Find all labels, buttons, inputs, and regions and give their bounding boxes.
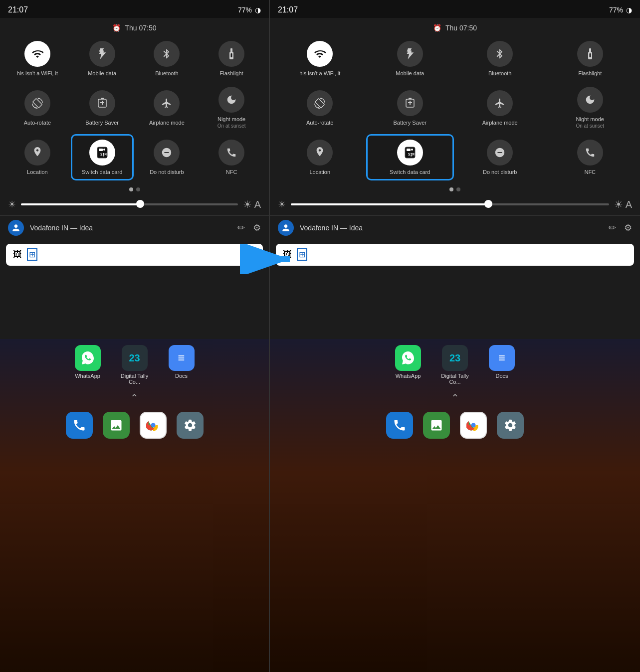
tile-location-label-right: Location — [309, 168, 330, 175]
svg-point-29 — [472, 424, 475, 427]
tile-battery-icon-left — [89, 90, 115, 116]
right-notif-panel: ⏰ Thu 07:50 his isn't a WiFi, it Mobile … — [270, 18, 640, 339]
right-dock-phone[interactable] — [386, 412, 413, 439]
right-brightness-fill — [291, 203, 488, 205]
tile-battery-label-left: Battery Saver — [85, 119, 119, 126]
tile-switchdata-label-left: Switch data card — [82, 168, 122, 175]
right-edit-icon[interactable]: ✏ — [609, 222, 616, 233]
svg-rect-16 — [589, 48, 591, 52]
left-account-row: Vodafone IN — Idea ✏ ⚙ — [0, 215, 269, 240]
right-app-whatsapp[interactable]: WhatsApp — [391, 345, 426, 385]
left-dock-settings[interactable] — [177, 412, 204, 439]
tile-nfc-label-left: NFC — [226, 168, 237, 175]
left-app-docs[interactable]: ≡ Docs — [164, 345, 199, 385]
tile-night-left[interactable]: Night modeOn at sunset — [200, 83, 263, 132]
right-battery-icon: ◑ — [626, 6, 632, 14]
left-account-avatar[interactable] — [8, 220, 24, 236]
left-whatsapp-icon — [75, 345, 101, 371]
tile-bluetooth-icon-right — [487, 41, 513, 67]
svg-rect-2 — [231, 53, 232, 57]
tile-airplane-label-right: Airplane mode — [482, 119, 518, 126]
tile-bluetooth-left[interactable]: Bluetooth — [136, 36, 199, 81]
tile-night-icon-left — [218, 87, 244, 113]
tile-location-left[interactable]: Location — [6, 134, 69, 180]
right-brightness-thumb — [484, 200, 492, 208]
left-alarm-text: Thu 07:50 — [125, 24, 156, 32]
tile-switchdata-left[interactable]: SIM 2 Switch data card — [71, 134, 134, 180]
right-dots-row — [270, 184, 640, 196]
left-edit-icon[interactable]: ✏ — [237, 222, 245, 233]
svg-rect-24 — [407, 149, 411, 151]
tile-night-label-right: Night modeOn at sunset — [576, 116, 604, 129]
right-settings-icon[interactable]: ⚙ — [624, 222, 632, 233]
tile-mobile-right[interactable]: Mobile data — [366, 36, 454, 81]
tile-rotate-right[interactable]: Auto-rotate — [276, 83, 364, 132]
tile-battery-left[interactable]: Battery Saver — [71, 83, 134, 132]
tile-airplane-icon-right — [487, 90, 513, 116]
left-dock-phone[interactable] — [66, 412, 93, 439]
brightness-high-icon-left: ☀ A — [243, 198, 261, 210]
tile-wifi-right[interactable]: his isn't a WiFi, it — [276, 36, 364, 81]
tile-airplane-left[interactable]: Airplane mode — [136, 83, 199, 132]
tile-dnd-icon-right — [487, 140, 513, 166]
left-chevron-up[interactable]: ⌃ — [130, 392, 139, 404]
tile-flash-right[interactable]: Flashlight — [546, 36, 635, 81]
left-app-whatsapp[interactable]: WhatsApp — [70, 345, 105, 385]
left-settings-icon[interactable]: ⚙ — [253, 222, 261, 233]
left-image-search-icon: 🖼 — [13, 249, 22, 260]
right-account-row: Vodafone IN — Idea ✏ ⚙ — [270, 215, 640, 240]
tile-switchdata-right[interactable]: SIM 2 Switch data card — [366, 134, 454, 180]
tile-airplane-label-left: Airplane mode — [149, 119, 185, 126]
tile-airplane-right[interactable]: Airplane mode — [456, 83, 544, 132]
tile-dnd-right[interactable]: Do not disturb — [456, 134, 544, 180]
left-dock-chrome[interactable] — [140, 412, 167, 439]
tile-rotate-left[interactable]: Auto-rotate — [6, 83, 69, 132]
left-phone-panel: 21:07 77% ◑ ⏰ Thu 07:50 his isn't a WiFi… — [0, 0, 270, 672]
right-app-tally[interactable]: 23 Digital Tally Co... — [437, 345, 472, 385]
brightness-low-icon-right: ☀ — [278, 199, 286, 210]
right-alarm-row: ⏰ Thu 07:50 — [270, 18, 640, 36]
right-dock-chrome[interactable] — [460, 412, 487, 439]
tile-flash-left[interactable]: Flashlight — [200, 36, 263, 81]
tile-night-right[interactable]: Night modeOn at sunset — [546, 83, 635, 132]
left-battery-text: 77% — [238, 6, 252, 14]
right-brightness-slider[interactable] — [291, 203, 609, 205]
tile-nfc-label-right: NFC — [584, 168, 596, 175]
left-search-bar[interactable]: 🖼 ⊞ — [6, 244, 263, 266]
dot-2-left — [136, 187, 140, 191]
left-app-tally[interactable]: 23 Digital Tally Co... — [117, 345, 152, 385]
right-account-avatar[interactable] — [278, 220, 294, 236]
right-dock-gallery[interactable] — [423, 412, 450, 439]
svg-rect-18 — [589, 53, 591, 57]
right-chevron-up[interactable]: ⌃ — [451, 392, 459, 404]
tile-nfc-right[interactable]: NFC — [546, 134, 635, 180]
tile-mobile-label-left: Mobile data — [88, 70, 116, 77]
tile-mobile-left[interactable]: Mobile data — [71, 36, 134, 81]
tile-airplane-icon-left — [154, 90, 180, 116]
tile-flash-label-right: Flashlight — [578, 70, 602, 77]
left-brightness-fill — [21, 203, 140, 205]
right-search-bar[interactable]: 🖼 ⊞ — [276, 244, 634, 266]
right-docs-label: Docs — [495, 373, 508, 379]
tile-flash-icon-left — [218, 41, 244, 67]
right-time: 21:07 — [278, 5, 298, 14]
tile-rotate-icon-left — [24, 90, 50, 116]
right-tally-icon: 23 — [442, 345, 468, 371]
left-dots-row — [0, 184, 269, 196]
left-brightness-slider[interactable] — [21, 203, 238, 205]
brightness-low-icon-left: ☀ — [8, 199, 16, 210]
tile-dnd-left[interactable]: Do not disturb — [136, 134, 199, 180]
tile-wifi-left[interactable]: his isn't a WiFi, it — [6, 36, 69, 81]
right-whatsapp-label: WhatsApp — [396, 373, 421, 379]
tile-nfc-left[interactable]: NFC — [200, 134, 263, 180]
right-whatsapp-icon — [395, 345, 421, 371]
tile-bluetooth-right[interactable]: Bluetooth — [456, 36, 544, 81]
right-dock-settings[interactable] — [497, 412, 524, 439]
right-app-docs[interactable]: ≡ Docs — [484, 345, 519, 385]
left-dock-gallery[interactable] — [103, 412, 130, 439]
tile-mobile-icon-right — [397, 41, 423, 67]
right-phone-panel: 21:07 77% ◑ ⏰ Thu 07:50 his isn't a WiFi… — [270, 0, 640, 672]
right-app-row: WhatsApp 23 Digital Tally Co... ≡ Docs — [391, 345, 519, 385]
tile-location-right[interactable]: Location — [276, 134, 364, 180]
tile-battery-right[interactable]: Battery Saver — [366, 83, 454, 132]
